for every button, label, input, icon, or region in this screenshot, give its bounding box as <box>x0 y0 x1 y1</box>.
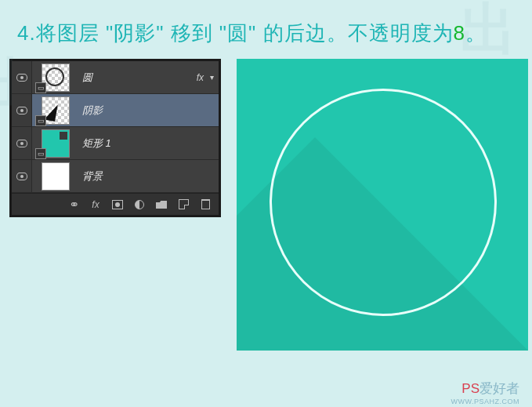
layer-thumbnail[interactable]: ▭ <box>37 129 74 158</box>
layer-name: 背景 <box>82 169 219 184</box>
watermark-rest: 爱好者 <box>480 381 519 396</box>
watermark-ps: PS <box>461 381 480 396</box>
shape-badge-icon: ▭ <box>35 82 46 93</box>
layer-row-background[interactable]: 背景 <box>12 160 219 193</box>
layer-thumbnail[interactable] <box>37 162 74 191</box>
layer-name: 阴影 <box>82 104 219 118</box>
eye-icon <box>16 140 27 147</box>
layers-panel: ▭ 圆 fx ▾ ▭ 阴影 ▭ 矩形 1 <box>9 59 221 217</box>
layers-panel-footer: fx <box>12 193 219 215</box>
new-group-icon[interactable] <box>156 199 167 210</box>
layer-name: 矩形 1 <box>82 136 219 151</box>
chevron-down-icon[interactable]: ▾ <box>210 73 214 82</box>
layer-thumbnail[interactable]: ▭ <box>37 96 74 125</box>
fx-label[interactable]: fx <box>197 72 204 83</box>
visibility-toggle[interactable] <box>12 61 32 93</box>
add-mask-icon[interactable] <box>112 199 123 210</box>
circle-shape <box>270 89 497 316</box>
eye-icon <box>16 74 27 82</box>
watermark-url: WWW.PSAHZ.COM <box>451 398 520 405</box>
layer-effects-icon[interactable]: fx <box>90 199 101 210</box>
layer-name: 圆 <box>82 71 197 85</box>
visibility-toggle[interactable] <box>12 127 32 159</box>
watermark-brand: PS爱好者 <box>461 380 519 398</box>
shape-badge-icon: ▭ <box>35 148 46 159</box>
visibility-toggle[interactable] <box>12 94 32 126</box>
opacity-value: 8 <box>454 21 465 45</box>
new-layer-icon[interactable] <box>178 199 189 210</box>
canvas-preview <box>237 59 528 351</box>
layer-thumbnail[interactable]: ▭ <box>37 64 74 92</box>
visibility-toggle[interactable] <box>12 160 32 192</box>
eye-icon <box>16 107 27 114</box>
step-number: 4. <box>17 21 36 45</box>
adjustment-layer-icon[interactable] <box>134 199 145 210</box>
link-layers-icon[interactable] <box>68 199 79 210</box>
shape-badge-icon: ▭ <box>35 115 46 126</box>
layer-row-circle[interactable]: ▭ 圆 fx ▾ <box>12 61 219 94</box>
instruction-text: 4.将图层 "阴影" 移到 "圆" 的后边。不透明度为8。 <box>0 0 532 53</box>
eye-icon <box>16 173 27 180</box>
delete-layer-icon[interactable] <box>200 199 211 210</box>
instruction-suffix: 。 <box>465 21 487 45</box>
layer-row-shadow[interactable]: ▭ 阴影 <box>12 94 219 127</box>
instruction-body: 将图层 "阴影" 移到 "圆" 的后边。不透明度为 <box>36 21 454 45</box>
layer-row-rect1[interactable]: ▭ 矩形 1 <box>12 127 219 160</box>
